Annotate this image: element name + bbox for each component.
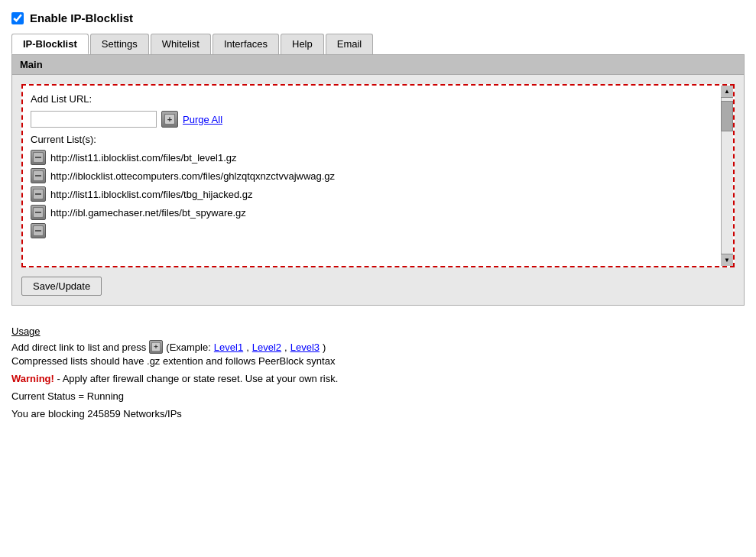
list-item-empty [31,223,712,238]
remove-icon-0 [33,152,44,163]
page-wrapper: Enable IP-Blocklist IP-Blocklist Setting… [0,0,756,557]
usage-line-1: Add direct link to list and press + (Exa… [11,340,745,354]
list-item: http://iblocklist.ottecomputers.com/file… [31,168,712,183]
blocking-line: You are blocking 245859 Networks/IPs [11,408,745,419]
usage-title: Usage [11,325,745,337]
scrollbar: ▲ ▼ [721,86,733,266]
enable-label: Enable IP-Blocklist [30,11,133,24]
status-line: Current Status = Running [11,390,745,402]
main-panel: Main Add List URL: [11,54,745,306]
list-item: http://ibl.gamechaser.net/files/bt_spywa… [31,205,712,220]
list-item: http://list11.iblocklist.com/files/tbg_h… [31,186,712,202]
tab-help[interactable]: Help [281,34,324,54]
tab-settings[interactable]: Settings [90,34,149,54]
scroll-up-button[interactable]: ▲ [721,86,733,98]
add-url-button[interactable]: + [161,111,178,128]
list-item: http://list11.iblocklist.com/files/bt_le… [31,150,712,165]
add-url-input-row: + Purge All [31,111,712,128]
bottom-section: Usage Add direct link to list and press … [11,318,745,419]
list-item-url-2: http://list11.iblocklist.com/files/tbg_h… [50,189,252,200]
warning-text: - Apply after firewall change or state r… [57,373,338,384]
list-item-url-0: http://list11.iblocklist.com/files/bt_le… [50,152,237,164]
tab-interfaces[interactable]: Interfaces [213,34,279,54]
usage-example-prefix: (Example: [166,342,211,353]
scroll-down-button[interactable]: ▼ [721,254,733,266]
remove-item-button-1[interactable] [31,168,46,183]
add-list-label: Add List URL: [31,93,92,105]
remove-icon-2 [33,189,44,199]
remove-item-button-empty[interactable] [31,223,46,238]
tab-ip-blocklist[interactable]: IP-Blocklist [11,34,89,54]
warning-line: Warning! - Apply after firewall change o… [11,373,745,384]
remove-icon-3 [33,207,44,218]
remove-item-button-2[interactable] [31,186,46,202]
scrollable-content: Add List URL: + Purge All [31,93,725,238]
url-input[interactable] [31,111,157,128]
enable-row: Enable IP-Blocklist [11,11,745,24]
remove-icon-empty [33,225,44,236]
add-list-row: Add List URL: [31,93,712,105]
purge-all-button[interactable]: Purge All [183,114,222,125]
warning-label: Warning! [11,373,54,384]
main-panel-header: Main [12,55,744,75]
save-update-button[interactable]: Save/Update [21,277,102,296]
example-link-level1[interactable]: Level1 [214,342,243,353]
plus-icon: + [164,114,175,125]
example-link-level3[interactable]: Level3 [290,342,320,353]
enable-checkbox[interactable] [11,12,24,24]
remove-item-button-3[interactable] [31,205,46,220]
current-lists-label: Current List(s): [31,134,712,145]
content-area: Add List URL: + Purge All [21,84,735,296]
list-item-url-3: http://ibl.gamechaser.net/files/bt_spywa… [50,207,246,219]
svg-text:+: + [167,115,172,124]
main-panel-body: Add List URL: + Purge All [12,75,744,305]
list-item-url-1: http://iblocklist.ottecomputers.com/file… [50,170,335,182]
content-box: Add List URL: + Purge All [21,84,735,267]
tab-whitelist[interactable]: Whitelist [151,34,211,54]
plus-icon-inline: + [151,342,161,351]
list-items: http://list11.iblocklist.com/files/bt_le… [31,150,712,238]
tab-email[interactable]: Email [326,34,374,54]
svg-text:+: + [154,342,159,351]
add-icon-inline: + [149,340,163,354]
remove-item-button-0[interactable] [31,150,46,165]
scroll-thumb[interactable] [721,101,733,131]
usage-line-2: Compressed lists should have .gz extenti… [11,355,745,367]
remove-icon-1 [33,170,44,181]
tabs-container: IP-Blocklist Settings Whitelist Interfac… [11,34,745,54]
example-link-level2[interactable]: Level2 [252,342,281,353]
usage-line1-text: Add direct link to list and press [11,342,146,353]
